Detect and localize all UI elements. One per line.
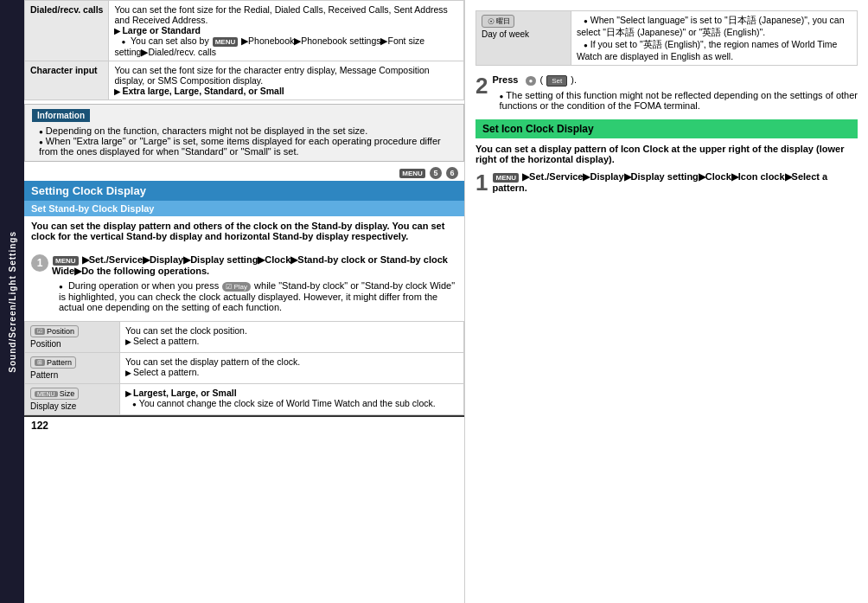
day-week-content: When "Select language" is set to "日本語 (J…: [571, 11, 858, 66]
day-week-kanji: 曜日: [496, 16, 510, 26]
day-week-text: Day of week: [482, 29, 529, 39]
set-icon-section: Set Icon Clock Display You can set a dis…: [475, 119, 858, 194]
size-icon-box: MENU Size: [30, 388, 79, 400]
pattern-content: You can set the display pattern of the c…: [120, 353, 464, 384]
set-icon-title: Set Icon Clock Display: [475, 119, 858, 138]
circle-5: 5: [430, 167, 442, 179]
main-content: Dialed/recv. calls You can set the font …: [24, 0, 868, 603]
set-icon-desc: You can set a display pattern of Icon Cl…: [475, 144, 858, 164]
step2-bullet: The setting of this function might not b…: [499, 90, 858, 111]
step2-row: 2 Press ● ( Set ). The setting of this f…: [475, 74, 858, 111]
step1-row: 1 MENU ▶Set./Service▶Display▶Display set…: [24, 251, 464, 316]
step1-right-number: 1: [475, 171, 488, 194]
circle-6: 6: [446, 167, 458, 179]
left-column: Dialed/recv. calls You can set the font …: [24, 0, 465, 603]
sidebar-label: Sound/Screen/Light Settings: [8, 231, 17, 373]
day-week-row: ☉ 曜日 Day of week When "Select language" …: [476, 11, 858, 66]
page-footer: 122: [24, 415, 464, 434]
step1-right-path: ▶Set./Service▶Display▶Display setting▶Cl…: [492, 171, 827, 193]
position-label-cell: ☑ Position Position: [25, 322, 120, 353]
info-box-label: Information: [32, 109, 90, 122]
set-button: Set: [546, 75, 567, 87]
menu-key-num: MENU: [399, 169, 425, 178]
large-standard-label: Large or Standard: [114, 25, 200, 35]
char-label: Character input: [25, 61, 109, 100]
position-icon-box: ☑ Position: [30, 325, 79, 337]
two-column: Dialed/recv. calls You can set the font …: [24, 0, 868, 603]
step1-content: MENU ▶Set./Service▶Display▶Display setti…: [52, 254, 457, 312]
table-row-char: Character input You can set the font siz…: [25, 61, 464, 100]
page-number: 122: [31, 420, 48, 432]
step1-bullet: During operation or when you press ☑ Pla…: [59, 280, 457, 312]
info-section: Information Depending on the function, c…: [24, 104, 464, 162]
table-row-position: ☑ Position Position You can set the cloc…: [25, 322, 464, 353]
step2-number: 2: [475, 74, 488, 97]
play-button-icon: ☑ Play: [222, 282, 251, 292]
step1-number: 1: [31, 254, 48, 272]
sidebar: Sound/Screen/Light Settings: [0, 0, 24, 603]
circle-button-icon: ●: [526, 76, 537, 86]
standby-description: You can set the display pattern and othe…: [24, 216, 464, 246]
set-also-by-text: You can set also by: [131, 35, 212, 46]
step1-menu-key: MENU: [53, 256, 79, 266]
table-row-size: MENU Size Display size Largest, Large, o…: [25, 384, 464, 415]
sub-section-title: Set Stand-by Clock Display: [24, 201, 464, 216]
info-bullet-1: Depending on the function, characters mi…: [39, 125, 456, 136]
dialed-label: Dialed/recv. calls: [25, 1, 109, 61]
info-bullet-2: When "Extra large" or "Large" is set, so…: [39, 136, 456, 157]
dialed-content: You can set the font size for the Redial…: [109, 1, 464, 61]
table-row-dialed: Dialed/recv. calls You can set the font …: [25, 1, 464, 61]
info-table: Dialed/recv. calls You can set the font …: [24, 0, 464, 100]
bottom-table: ☑ Position Position You can set the cloc…: [24, 321, 464, 415]
right-top-table: ☉ 曜日 Day of week When "Select language" …: [475, 10, 858, 66]
day-week-icon-box: ☉ 曜日: [482, 15, 514, 28]
size-icon-label: MENU Size Display size: [30, 388, 114, 411]
step1-right-menu-key: MENU: [493, 173, 519, 183]
pattern-icon-box: ⊞ Pattern: [30, 356, 76, 369]
step1-right-content: MENU ▶Set./Service▶Display▶Display setti…: [492, 171, 858, 193]
char-content: You can set the font size for the charac…: [109, 61, 464, 100]
table-row-pattern: ⊞ Pattern Pattern You can set the displa…: [25, 353, 464, 384]
position-content: You can set the clock position. Select a…: [120, 322, 464, 353]
day-week-label-cell: ☉ 曜日 Day of week: [476, 11, 571, 66]
pattern-label-cell: ⊞ Pattern Pattern: [25, 353, 120, 384]
step1-right-row: 1 MENU ▶Set./Service▶Display▶Display set…: [475, 171, 858, 194]
menu-badge-area: MENU 5 6: [24, 165, 464, 181]
right-column: ☉ 曜日 Day of week When "Select language" …: [465, 0, 868, 603]
press-label: Press: [492, 74, 518, 85]
step1-path: ▶Set./Service▶Display▶Display setting▶Cl…: [52, 254, 448, 276]
size-content: Largest, Large, or Small You cannot chan…: [120, 384, 464, 415]
position-icon-label: ☑ Position Position: [30, 325, 114, 349]
step2-content: Press ● ( Set ). The setting of this fun…: [492, 74, 858, 111]
size-label-cell: MENU Size Display size: [25, 384, 120, 415]
day-week-icon-label: ☉ 曜日 Day of week: [482, 15, 565, 39]
section-title: Setting Clock Display: [24, 181, 464, 201]
extra-large-label: Extra large, Large, Standard, or Small: [114, 86, 284, 96]
menu-key-phonebook: MENU: [213, 37, 239, 47]
pattern-icon-label: ⊞ Pattern Pattern: [30, 356, 114, 380]
